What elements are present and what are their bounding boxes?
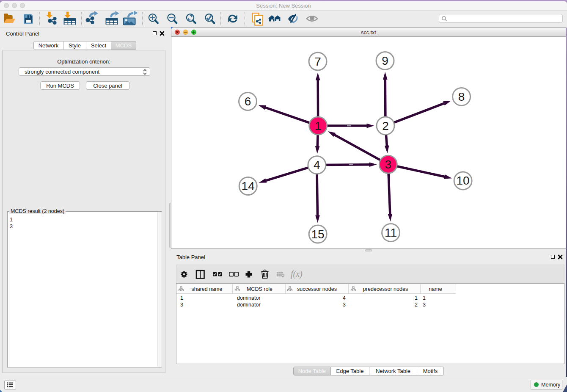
- svg-text:1: 1: [315, 119, 322, 133]
- svg-text:8: 8: [458, 90, 465, 103]
- svg-text:7: 7: [314, 55, 321, 68]
- svg-text:11: 11: [385, 226, 397, 239]
- svg-text:6: 6: [245, 95, 251, 108]
- svg-text:9: 9: [382, 54, 388, 67]
- svg-text:f(x): f(x): [291, 269, 303, 279]
- svg-text:4: 4: [314, 158, 320, 171]
- svg-text:10: 10: [457, 174, 470, 187]
- svg-text:14: 14: [242, 179, 255, 193]
- svg-text:15: 15: [311, 228, 325, 241]
- svg-text:3: 3: [385, 158, 392, 171]
- svg-text:2: 2: [382, 119, 389, 133]
